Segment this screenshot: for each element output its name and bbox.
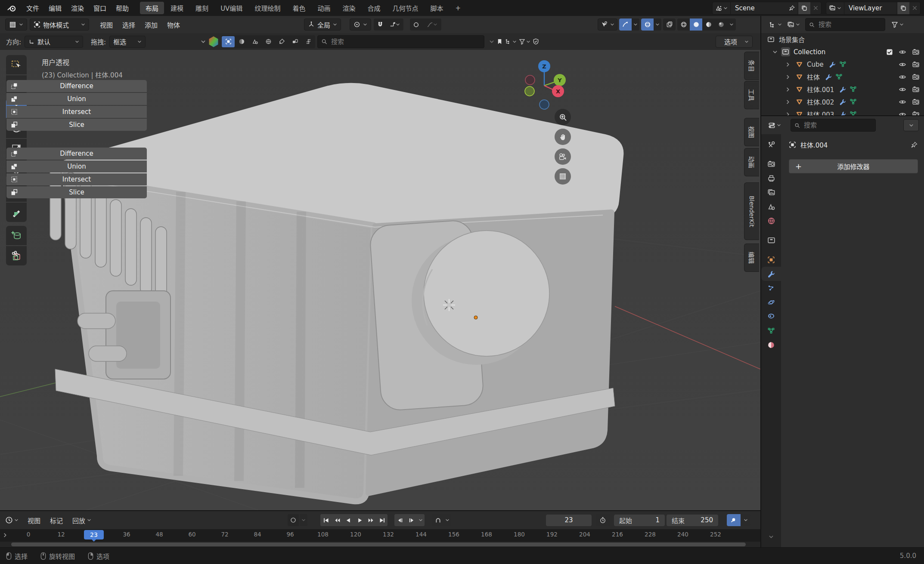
timeline-scrollbar[interactable] — [0, 542, 760, 547]
timeline-menu-marker[interactable]: 标记 — [45, 516, 68, 525]
outliner-row-object[interactable]: 柱体.002 — [761, 96, 924, 108]
tool-select-box[interactable] — [6, 55, 27, 74]
sidebar-tab-blenderkit[interactable]: BlenderKit — [744, 182, 759, 240]
workspace-tab-sculpting[interactable]: 雕刻 — [190, 2, 214, 14]
play-button[interactable] — [354, 514, 365, 526]
tab-scene[interactable] — [761, 200, 781, 214]
proportional-falloff-dropdown[interactable] — [422, 18, 441, 31]
gizmo-axis-neg-y[interactable] — [525, 86, 534, 96]
snap-with-dropdown[interactable] — [386, 18, 403, 31]
outliner-filter-dropdown[interactable] — [891, 21, 904, 28]
render-camera-icon[interactable] — [912, 86, 920, 93]
sidebar-tab-edit[interactable]: 编辑 — [744, 243, 759, 272]
shading-material-button[interactable] — [702, 18, 715, 31]
tab-strip-overflow-chevron[interactable] — [761, 530, 781, 544]
hide-eye-icon[interactable] — [899, 73, 906, 81]
viewport-canvas[interactable]: 用户透视 (23) Collection | 柱体.004 — [0, 50, 760, 510]
brush-boolean-union-button[interactable]: Union — [6, 160, 147, 173]
blenderkit-display-dropdown[interactable] — [505, 38, 517, 45]
sidebar-tab-view[interactable]: 视图 — [744, 118, 759, 146]
sidebar-tab-item[interactable]: 条目 — [744, 52, 759, 80]
perspective-toggle-button[interactable] — [555, 168, 571, 185]
auto-boolean-intersect-button[interactable]: Intersect — [6, 106, 147, 118]
expand-chevron-icon[interactable] — [785, 62, 791, 67]
pan-button[interactable] — [555, 129, 571, 145]
workspace-tab-animation[interactable]: 动画 — [312, 2, 336, 14]
tool-add-primitive[interactable] — [6, 226, 27, 245]
menu-window[interactable]: 窗口 — [89, 3, 111, 12]
tab-material[interactable] — [761, 338, 781, 352]
menu-render[interactable]: 渲染 — [66, 3, 89, 12]
play-reverse-button[interactable] — [343, 514, 354, 526]
current-frame-field[interactable]: 23 — [546, 515, 592, 526]
auto-boolean-union-button[interactable]: Union — [6, 93, 147, 105]
jump-next-keyframe-button[interactable] — [365, 514, 376, 526]
tool-options-dropdown[interactable]: 选项 — [716, 36, 753, 48]
outliner-search-input[interactable] — [818, 20, 881, 29]
blenderkit-nodegroups-button[interactable] — [302, 36, 315, 47]
expand-chevron-icon[interactable] — [785, 87, 791, 92]
tool-knife-box[interactable] — [6, 246, 27, 265]
pin-icon[interactable] — [910, 141, 918, 149]
expand-chevron-icon[interactable] — [785, 112, 791, 116]
workspace-tab-texture-paint[interactable]: 纹理绘制 — [249, 2, 286, 14]
workspace-tab-rendering[interactable]: 渲染 — [337, 2, 361, 14]
shading-rendered-button[interactable] — [715, 18, 727, 31]
outliner-row-object[interactable]: 柱体.003 — [761, 108, 924, 115]
properties-search[interactable] — [791, 119, 876, 132]
exclude-checkbox[interactable] — [886, 49, 893, 55]
blender-logo[interactable] — [7, 3, 17, 13]
render-camera-icon[interactable] — [912, 73, 920, 81]
hide-eye-icon[interactable] — [899, 98, 906, 106]
chevron-down-icon[interactable] — [489, 39, 494, 44]
outliner-display-dropdown[interactable] — [787, 21, 800, 28]
timeline-menu-view[interactable]: 视图 — [23, 516, 45, 525]
menu-help[interactable]: 帮助 — [111, 3, 133, 12]
collapse-chevron-icon[interactable] — [772, 49, 778, 55]
hide-eye-icon[interactable] — [899, 86, 906, 93]
workspace-tab-shading[interactable]: 着色 — [287, 2, 311, 14]
outliner-editor-dropdown[interactable] — [769, 21, 782, 28]
gizmo-axis-neg-x[interactable] — [525, 75, 535, 85]
sidebar-tab-animation[interactable]: 动画 — [744, 148, 759, 176]
brush-boolean-slice-button[interactable]: Slice — [6, 186, 147, 198]
workspace-tab-uv[interactable]: UV编辑 — [215, 2, 248, 14]
blenderkit-search-input[interactable] — [330, 37, 481, 46]
hide-eye-icon[interactable] — [899, 111, 906, 116]
workspace-tab-geometry-nodes[interactable]: 几何节点 — [387, 2, 424, 14]
keying-set-button[interactable] — [727, 514, 741, 526]
shading-dropdown[interactable] — [727, 18, 736, 31]
frame-start-field[interactable]: 起始1 — [614, 515, 665, 526]
tab-collection[interactable] — [761, 233, 781, 247]
editor-type-dropdown[interactable] — [5, 18, 27, 31]
camera-view-button[interactable] — [555, 148, 571, 165]
blenderkit-materials-button[interactable] — [235, 36, 248, 47]
brush-boolean-difference-button[interactable]: Difference — [6, 148, 147, 160]
pin-icon[interactable] — [786, 2, 798, 14]
add-modifier-button[interactable]: + 添加修改器 — [789, 159, 918, 173]
workspace-tab-modeling[interactable]: 建模 — [165, 2, 189, 14]
zoom-button[interactable] — [555, 109, 571, 125]
bookmark-icon[interactable] — [496, 38, 503, 45]
tab-tool[interactable] — [761, 138, 781, 152]
show-gizmo-dropdown[interactable] — [598, 18, 617, 31]
auto-boolean-difference-button[interactable]: Difference — [6, 80, 147, 92]
timeline-menu-playback[interactable]: 回放 — [68, 516, 96, 525]
use-preview-range-stopwatch[interactable] — [596, 514, 610, 526]
jump-to-end-button[interactable] — [376, 514, 388, 526]
jump-to-start-button[interactable] — [320, 514, 332, 526]
blenderkit-brushes-button[interactable] — [275, 36, 288, 47]
shading-wireframe-button[interactable] — [677, 18, 690, 31]
tab-world[interactable] — [761, 214, 781, 228]
menu-file[interactable]: 文件 — [22, 3, 44, 12]
blenderkit-filter-dropdown[interactable] — [519, 38, 530, 45]
viewport-menu-object[interactable]: 物体 — [162, 20, 185, 29]
gizmos-toggle[interactable] — [619, 18, 632, 31]
blenderkit-hdr-button[interactable] — [262, 36, 275, 47]
properties-search-input[interactable] — [803, 121, 872, 129]
tab-output[interactable] — [761, 171, 781, 185]
tab-particles[interactable] — [761, 281, 781, 295]
overlays-toggle[interactable] — [641, 18, 654, 31]
new-scene-button[interactable] — [798, 2, 810, 14]
proportional-edit-toggle[interactable] — [410, 18, 422, 31]
